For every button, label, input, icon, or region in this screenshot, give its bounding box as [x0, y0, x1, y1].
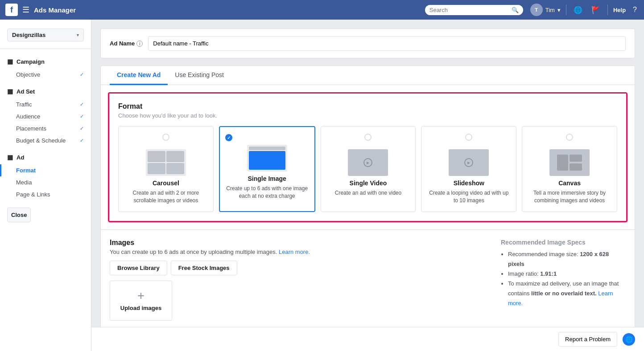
format-section: Format Choose how you'd like your ad to … — [108, 92, 627, 222]
campaign-grid-icon: ▦ — [7, 58, 13, 65]
close-button[interactable]: Close — [7, 208, 31, 222]
search-input[interactable] — [429, 7, 510, 13]
search-bar[interactable]: 🔍 — [425, 5, 523, 15]
ad-name-card: Ad Name i — [100, 29, 635, 58]
format-name-single-image: Single Image — [225, 175, 309, 182]
format-radio-canvas — [566, 134, 573, 141]
sidebar-campaign-header[interactable]: ▦ Campaign — [0, 54, 91, 69]
sidebar-item-budget-label: Budget & Schedule — [16, 137, 66, 144]
help-question-icon: ? — [631, 4, 639, 16]
format-radio-single-image — [225, 134, 232, 141]
format-option-single-image[interactable]: Single Image Create up to 6 ads with one… — [219, 126, 315, 212]
bottom-globe-icon[interactable]: 🌐 — [623, 333, 635, 346]
format-name-single-video: Single Video — [326, 180, 410, 187]
single-main-image — [249, 151, 285, 170]
hamburger-icon[interactable]: ☰ — [22, 5, 29, 15]
format-desc-slideshow: Create a looping video ad with up to 10 … — [427, 189, 511, 204]
main-layout: Designzillas ▾ ▦ Campaign Objective ✓ ▦ … — [0, 20, 644, 351]
carousel-tile-2 — [166, 151, 184, 162]
account-selector[interactable]: Designzillas ▾ — [7, 29, 84, 41]
format-option-carousel[interactable]: Carousel Create an ad with 2 or more scr… — [118, 126, 214, 212]
svg-rect-0 — [557, 155, 568, 171]
spec-item-size: Recommended image size: 1200 x 628 pixel… — [508, 249, 626, 269]
nav-right: T Tim ▾ 🌐 🚩 Help ? — [530, 4, 639, 16]
tab-use-existing-post[interactable]: Use Existing Post — [168, 66, 231, 85]
globe-icon[interactable]: 🌐 — [572, 4, 584, 16]
tab-create-new-ad[interactable]: Create New Ad — [110, 66, 168, 85]
ad-name-input[interactable] — [148, 36, 626, 51]
sidebar-item-traffic[interactable]: Traffic ✓ — [0, 98, 91, 110]
placements-check-icon: ✓ — [80, 126, 84, 131]
format-radio-slideshow — [465, 134, 472, 141]
sidebar-item-media-label: Media — [16, 179, 32, 186]
sidebar-campaign-label: Campaign — [17, 58, 45, 65]
learn-more-link[interactable]: Learn more. — [279, 249, 310, 255]
spec-item-ratio: Image ratio: 1.91:1 — [508, 269, 626, 279]
ad-name-info-icon[interactable]: i — [136, 41, 143, 47]
sidebar-item-format[interactable]: Format — [0, 164, 91, 176]
account-section: Designzillas ▾ — [0, 25, 91, 49]
format-icon-carousel — [146, 149, 186, 176]
sidebar-ad-header[interactable]: ▦ Ad — [0, 150, 91, 164]
canvas-svg-icon — [556, 154, 583, 171]
format-desc-carousel: Create an ad with 2 or more scrollable i… — [124, 189, 208, 204]
create-ad-card: Create New Ad Use Existing Post Format C… — [100, 65, 635, 330]
audience-check-icon: ✓ — [80, 114, 84, 119]
user-chevron-icon: ▾ — [557, 7, 561, 13]
sidebar-item-audience[interactable]: Audience ✓ — [0, 110, 91, 122]
sidebar-item-placements[interactable]: Placements ✓ — [0, 122, 91, 135]
single-top-bar — [249, 147, 285, 150]
images-section: Images You can create up to 6 ads at onc… — [101, 229, 635, 330]
account-chevron-icon: ▾ — [77, 33, 79, 37]
objective-check-icon: ✓ — [80, 72, 84, 78]
format-name-slideshow: Slideshow — [427, 180, 511, 187]
carousel-tile-3 — [148, 163, 165, 174]
tabs-section: Create New Ad Use Existing Post — [101, 66, 635, 85]
nav-divider — [566, 4, 566, 15]
sidebar-ad-label: Ad — [17, 154, 24, 161]
format-option-canvas[interactable]: Canvas Tell a more immersive story by co… — [522, 126, 617, 212]
image-buttons: Browse Library Free Stock Images — [110, 261, 492, 275]
sidebar: Designzillas ▾ ▦ Campaign Objective ✓ ▦ … — [0, 20, 91, 351]
video-play-icon: ▶ — [363, 158, 372, 167]
ad-name-label: Ad Name i — [110, 40, 143, 47]
slideshow-play-icon: ▶ — [464, 158, 473, 167]
format-icon-single-image — [247, 145, 287, 171]
format-radio-carousel — [162, 134, 169, 141]
specs-list: Recommended image size: 1200 x 628 pixel… — [501, 249, 626, 309]
format-option-single-video[interactable]: ▶ Single Video Create an ad with one vid… — [321, 126, 416, 212]
report-problem-button[interactable]: Report a Problem — [558, 332, 617, 347]
sidebar-item-pagelinks[interactable]: Page & Links — [0, 188, 91, 200]
images-subtitle: You can create up to 6 ads at once by up… — [110, 249, 492, 255]
sidebar-item-objective[interactable]: Objective ✓ — [0, 69, 91, 81]
format-desc-single-video: Create an ad with one video — [326, 189, 410, 197]
free-stock-images-button[interactable]: Free Stock Images — [171, 261, 237, 275]
svg-rect-2 — [570, 163, 582, 171]
images-left: Images You can create up to 6 ads at onc… — [110, 239, 492, 321]
format-desc-canvas: Tell a more immersive story by combining… — [528, 189, 611, 204]
sidebar-item-placements-label: Placements — [16, 125, 46, 132]
sidebar-item-audience-label: Audience — [16, 113, 40, 120]
sidebar-item-media[interactable]: Media — [0, 176, 91, 188]
ad-name-section: Ad Name i — [101, 29, 635, 58]
upload-images-box[interactable]: + Upload images — [110, 281, 172, 321]
help-label[interactable]: Help — [613, 7, 626, 13]
format-radio-single-video — [364, 134, 372, 141]
browse-library-button[interactable]: Browse Library — [110, 261, 167, 275]
search-icon: 🔍 — [512, 7, 519, 13]
format-title: Format — [118, 102, 617, 110]
format-options: Carousel Create an ad with 2 or more scr… — [118, 126, 617, 212]
format-option-slideshow[interactable]: ▶ Slideshow Create a looping video ad wi… — [421, 126, 516, 212]
top-nav: f ☰ Ads Manager 🔍 T Tim ▾ 🌐 🚩 Help ? — [0, 0, 644, 20]
format-subtitle: Choose how you'd like your ad to look. — [118, 112, 617, 119]
nav-title: Ads Manager — [34, 6, 425, 14]
sidebar-item-format-label: Format — [16, 167, 36, 174]
flag-icon[interactable]: 🚩 — [590, 4, 602, 16]
sidebar-item-budget[interactable]: Budget & Schedule ✓ — [0, 135, 91, 147]
sidebar-adset-header[interactable]: ▦ Ad Set — [0, 84, 91, 98]
upload-plus-icon: + — [137, 290, 144, 302]
carousel-tile-1 — [148, 151, 165, 162]
sidebar-section-campaign: ▦ Campaign Objective ✓ — [0, 54, 91, 81]
format-name-carousel: Carousel — [124, 180, 208, 187]
user-menu[interactable]: T Tim ▾ — [530, 4, 561, 16]
